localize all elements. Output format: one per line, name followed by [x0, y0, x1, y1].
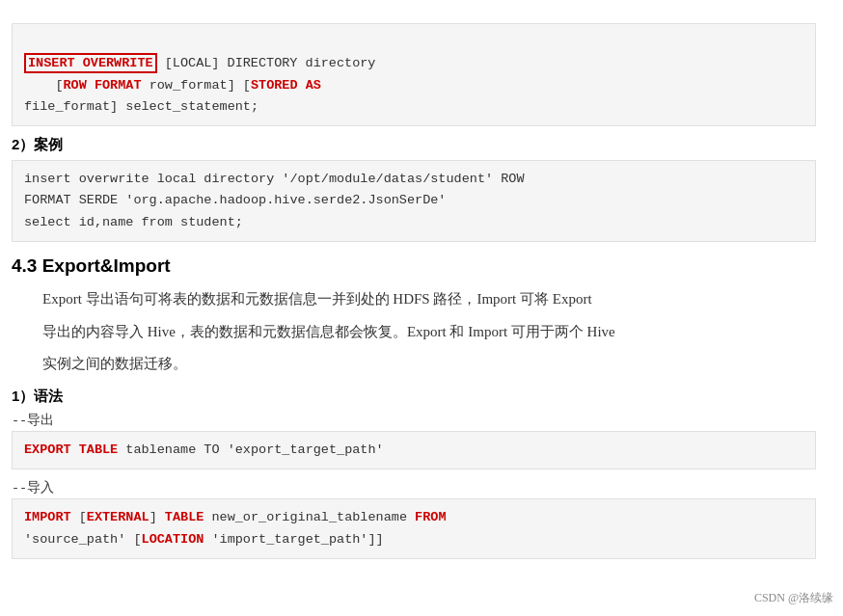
syntax-block-1: INSERT OVERWRITE [LOCAL] DIRECTORY direc… [12, 23, 816, 126]
location-keyword: LOCATION [142, 532, 204, 547]
watermark: CSDN @洛续缘 [754, 590, 833, 606]
comment-export: --导出 [12, 412, 816, 429]
export-table-keyword: EXPORT TABLE [24, 442, 118, 457]
table-keyword: TABLE [165, 510, 204, 524]
example-block: insert overwrite local directory '/opt/m… [12, 160, 816, 242]
paragraph-1: Export 导出语句可将表的数据和元数据信息一并到处的 HDFS 路径，Imp… [42, 286, 816, 313]
subsection-case-title: 2）案例 [12, 136, 816, 154]
example-line3: select id,name from student; [24, 215, 243, 229]
section-4-3-title: 4.3 Export&Import [12, 255, 816, 277]
external-keyword: EXTERNAL [87, 510, 150, 524]
insert-overwrite-keyword: INSERT OVERWRITE [28, 56, 153, 70]
row-format-keyword: ROW FORMAT [64, 78, 142, 93]
source-path: 'source_path' [24, 532, 125, 547]
paragraph-2: 导出的内容导入 Hive，表的数据和元数据信息都会恢复。Export 和 Imp… [42, 319, 816, 346]
stored-as-keyword: STORED AS [251, 78, 321, 93]
import-keyword: IMPORT [24, 510, 71, 524]
import-target-path: 'import_target_path'] [204, 532, 375, 547]
example-line2: FORMAT SERDE 'org.apache.hadoop.hive.ser… [24, 193, 446, 207]
comment-import: --导入 [12, 479, 816, 496]
export-syntax-rest: tablename TO 'export_target_path' [118, 442, 383, 457]
paragraph-3: 实例之间的数据迁移。 [42, 351, 816, 378]
example-line1: insert overwrite local directory '/opt/m… [24, 172, 524, 186]
syntax-line3: file_format] select_statement; [24, 99, 258, 114]
from-keyword: FROM [415, 510, 446, 524]
import-syntax-block: IMPORT [EXTERNAL] TABLE new_or_original_… [12, 498, 816, 559]
export-syntax-block: EXPORT TABLE tablename TO 'export_target… [12, 431, 816, 469]
insert-overwrite-highlight: INSERT OVERWRITE [24, 53, 157, 73]
subsection-syntax-title: 1）语法 [12, 388, 816, 406]
syntax-line1-suffix: [LOCAL] DIRECTORY directory [157, 56, 376, 70]
